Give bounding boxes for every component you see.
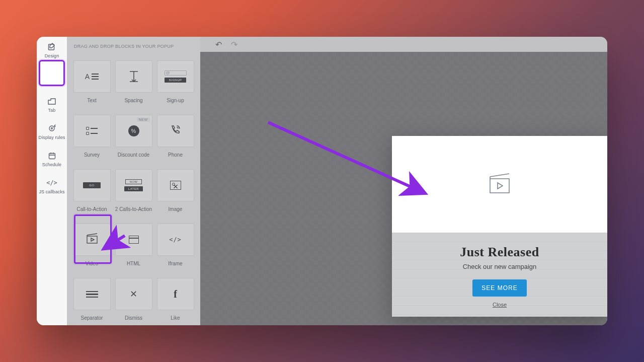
block-survey[interactable]: Survey <box>72 108 112 161</box>
history-toolbar: ↶ ↷ <box>200 37 237 52</box>
new-badge: NEW <box>137 117 150 122</box>
block-label: Discount code <box>118 152 149 158</box>
block-label: Dismiss <box>125 315 142 321</box>
block-html[interactable]: HTML <box>114 217 153 269</box>
popup-close-link[interactable]: Close <box>402 302 597 308</box>
popup-video-placeholder[interactable] <box>392 136 607 233</box>
svg-rect-6 <box>49 153 55 159</box>
svg-rect-1 <box>50 70 54 73</box>
block-separator[interactable]: Separator <box>72 271 112 324</box>
rail-label: Design <box>45 53 59 58</box>
rail-label: Tab <box>48 108 56 113</box>
rail-tab[interactable]: Tab <box>37 91 67 118</box>
svg-rect-7 <box>87 236 97 243</box>
block-signup[interactable]: SIGNUP Sign-up <box>155 54 195 106</box>
close-icon: ✕ <box>130 288 137 300</box>
image-icon <box>170 181 181 190</box>
svg-rect-2 <box>48 75 51 77</box>
block-label: Text <box>87 98 96 103</box>
code-icon: </> <box>47 178 56 187</box>
block-label: Image <box>169 206 183 212</box>
tab-icon <box>47 97 56 106</box>
popup-heading: Just Released <box>402 245 597 260</box>
block-label: Spacing <box>124 98 142 103</box>
rail-design[interactable]: Design <box>37 37 67 64</box>
rail-blocks[interactable]: Blocks <box>37 64 67 91</box>
calendar-icon <box>47 151 56 160</box>
blocks-grid: A Text Spacing SIGNUP Sign-up <box>72 54 195 324</box>
block-dismiss[interactable]: ✕ Dismiss <box>114 271 153 324</box>
popup-cta-button[interactable]: SEE MORE <box>472 279 526 297</box>
signup-icon: SIGNUP <box>165 70 187 83</box>
block-spacing[interactable]: Spacing <box>114 54 153 106</box>
two-cta-icon: NOW LATER <box>124 179 143 191</box>
block-label: Survey <box>84 152 100 158</box>
separator-icon <box>86 291 98 298</box>
block-iframe[interactable]: </> Iframe <box>155 217 195 269</box>
block-label: Iframe <box>168 261 182 266</box>
svg-point-4 <box>49 126 54 131</box>
rail-label: Schedule <box>42 162 61 167</box>
block-video[interactable]: Video <box>72 217 112 269</box>
html-icon <box>129 236 139 244</box>
survey-icon <box>86 127 98 135</box>
rail-js-callbacks[interactable]: </> JS callbacks <box>37 173 67 200</box>
block-label: Phone <box>168 152 183 158</box>
facebook-icon: f <box>174 288 177 300</box>
blocks-panel: DRAG AND DROP BLOCKS IN YOUR POPUP A Tex… <box>67 37 200 325</box>
block-image[interactable]: Image <box>155 163 195 215</box>
video-icon <box>86 233 98 246</box>
spacing-icon <box>129 70 139 83</box>
video-icon <box>487 173 512 196</box>
rail-display-rules[interactable]: Display rules <box>37 118 67 146</box>
block-label: Sign-up <box>167 98 184 103</box>
percent-icon: % <box>128 125 139 136</box>
cta-icon: GO <box>83 182 100 188</box>
rail-schedule[interactable]: Schedule <box>37 146 67 173</box>
block-label: HTML <box>127 261 140 266</box>
panel-title: DRAG AND DROP BLOCKS IN YOUR POPUP <box>72 42 195 54</box>
phone-icon <box>170 124 181 137</box>
popup-preview[interactable]: Just Released Check our new campaign SEE… <box>392 136 607 317</box>
svg-rect-3 <box>52 75 56 77</box>
blocks-icon <box>47 69 56 79</box>
popup-subtext: Check our new campaign <box>402 263 597 270</box>
target-icon <box>47 124 56 133</box>
block-2cta[interactable]: NOW LATER 2 Calls-to-Action <box>114 163 153 215</box>
pencil-square-icon <box>47 42 56 51</box>
popup-body: Just Released Check our new campaign SEE… <box>392 233 607 317</box>
block-label: Separator <box>81 315 103 321</box>
block-cta[interactable]: GO Call-to-Action <box>72 163 112 215</box>
svg-rect-8 <box>490 179 509 193</box>
block-label: Video <box>86 261 98 266</box>
block-label: Call-to-Action <box>76 206 107 212</box>
text-icon: A <box>85 73 99 81</box>
rail-label: JS callbacks <box>39 189 64 194</box>
block-label: 2 Calls-to-Action <box>115 206 152 212</box>
svg-point-5 <box>51 128 53 129</box>
svg-rect-0 <box>49 44 54 50</box>
block-phone[interactable]: Phone <box>155 108 195 161</box>
editor-window: Design Blocks Tab Display rules Schedule <box>37 37 607 325</box>
redo-button[interactable]: ↷ <box>231 40 237 49</box>
block-label: Like <box>171 315 180 321</box>
iframe-icon: </> <box>169 236 182 243</box>
block-like[interactable]: f Like <box>155 271 195 324</box>
block-text[interactable]: A Text <box>72 54 112 106</box>
rail-label: Display rules <box>39 135 65 140</box>
rail-label: Blocks <box>45 81 58 86</box>
undo-button[interactable]: ↶ <box>215 40 222 49</box>
left-rail: Design Blocks Tab Display rules Schedule <box>37 37 67 325</box>
block-discount[interactable]: NEW % Discount code <box>114 108 153 161</box>
